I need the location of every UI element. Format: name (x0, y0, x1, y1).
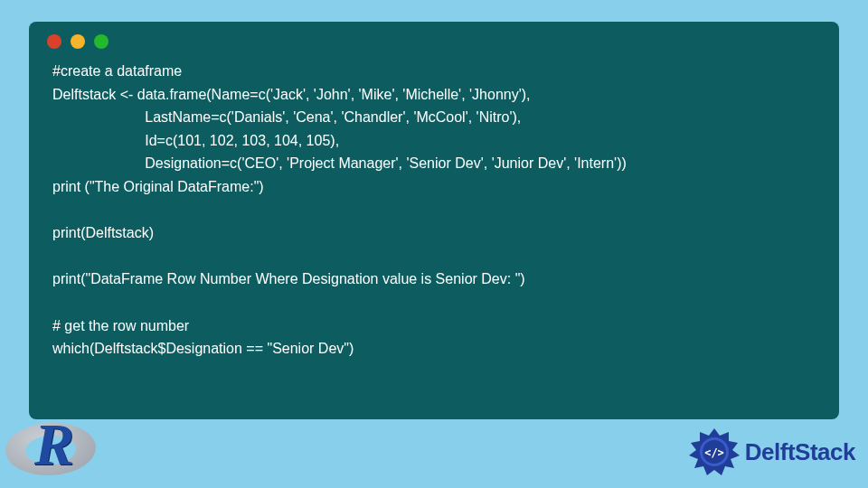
code-line: Designation=c('CEO', 'Project Manager', … (52, 155, 627, 171)
code-line: print(Delftstack) (52, 225, 154, 240)
code-line: print ("The Original DataFrame:") (52, 179, 264, 194)
code-line: # get the row number (52, 318, 189, 333)
window-controls (47, 34, 823, 49)
delftstack-brand-text: DelftStack (745, 438, 855, 466)
code-line: LastName=c('Danials', 'Cena', 'Chandler'… (52, 109, 521, 125)
r-language-logo: R (2, 416, 101, 481)
code-line: Delftstack <- data.frame(Name=c('Jack', … (52, 87, 531, 102)
maximize-icon (94, 34, 108, 49)
code-line: print("DataFrame Row Number Where Design… (52, 271, 525, 286)
minimize-icon (71, 34, 85, 49)
code-line: Id=c(101, 102, 103, 104, 105), (52, 133, 339, 148)
r-logo-letter: R (34, 410, 74, 479)
svg-text:</>: </> (704, 446, 724, 459)
code-window: #create a dataframe Delftstack <- data.f… (29, 22, 839, 419)
code-block: #create a dataframe Delftstack <- data.f… (52, 60, 823, 361)
close-icon (47, 34, 61, 49)
delftstack-logo: </> DelftStack (689, 427, 855, 477)
code-line: which(Delftstack$Designation == "Senior … (52, 341, 354, 356)
code-line: #create a dataframe (52, 63, 182, 79)
delftstack-badge-icon: </> (689, 427, 740, 477)
